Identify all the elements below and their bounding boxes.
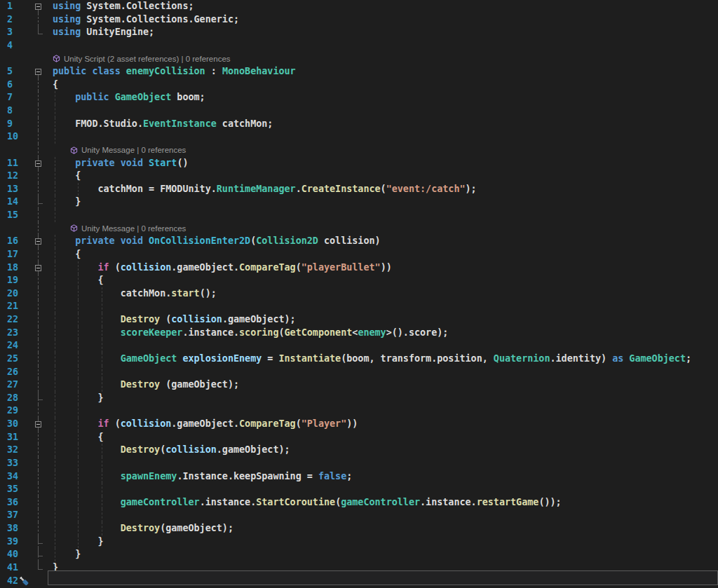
code-line[interactable] bbox=[53, 483, 718, 496]
outline-margin bbox=[25, 196, 53, 209]
code-line[interactable]: { bbox=[53, 78, 718, 92]
code-line[interactable]: { bbox=[53, 431, 718, 444]
code-line[interactable]: private void OnCollisionEnter2D(Collisio… bbox=[53, 235, 718, 248]
code-line[interactable]: Destroy (gameObject); bbox=[53, 378, 718, 392]
outline-guide bbox=[38, 313, 39, 327]
line-number: 37 bbox=[0, 509, 25, 522]
fold-marker[interactable] bbox=[35, 238, 41, 245]
outline-margin bbox=[25, 39, 53, 53]
indent-guide bbox=[78, 287, 79, 301]
line-number: 3 bbox=[0, 26, 25, 39]
code-line[interactable]: catchMon.start(); bbox=[53, 287, 718, 301]
code-line[interactable]: } bbox=[53, 535, 718, 549]
codelens-line[interactable]: Unity Message | 0 references bbox=[53, 144, 718, 157]
editor-row: 7 public GameObject boom; bbox=[0, 91, 718, 104]
indent-guide bbox=[55, 300, 55, 313]
code-line[interactable] bbox=[53, 104, 718, 118]
indent-guide bbox=[55, 378, 55, 392]
codelens-link[interactable]: Unity Message | 0 references bbox=[70, 222, 186, 235]
outline-margin bbox=[25, 26, 53, 39]
outline-guide bbox=[38, 509, 39, 522]
horizontal-scrollbar[interactable] bbox=[48, 570, 718, 585]
outline-guide bbox=[38, 170, 39, 183]
fold-end-corner bbox=[38, 392, 43, 400]
outline-margin bbox=[25, 144, 53, 157]
outline-margin bbox=[25, 444, 53, 457]
code-line[interactable]: if (collision.gameObject.CompareTag("pla… bbox=[53, 261, 718, 275]
code-line[interactable]: scoreKeeper.instance.scoring(GetComponen… bbox=[53, 327, 718, 340]
code-line[interactable] bbox=[53, 366, 718, 379]
outline-guide bbox=[38, 300, 39, 313]
code-line[interactable]: using System.Collections.Generic; bbox=[53, 13, 718, 27]
fold-marker[interactable] bbox=[35, 69, 41, 75]
code-line[interactable] bbox=[53, 130, 718, 144]
fold-marker[interactable] bbox=[35, 265, 41, 271]
codelens-label[interactable]: Unity Message | 0 references bbox=[81, 144, 186, 157]
code-line[interactable]: spawnEnemy.Instance.keepSpawning = false… bbox=[53, 470, 718, 484]
codelens-label[interactable]: Unity Script (2 asset references) | 0 re… bbox=[64, 53, 231, 66]
code-line[interactable]: FMOD.Studio.EventInstance catchMon; bbox=[53, 118, 718, 131]
outline-guide bbox=[38, 483, 39, 496]
code-line[interactable]: private void Start() bbox=[53, 157, 718, 170]
outline-margin bbox=[25, 366, 53, 379]
code-line[interactable]: public class enemyCollision : MonoBehavi… bbox=[53, 65, 718, 78]
editor-row: 30 if (collision.gameObject.CompareTag("… bbox=[0, 418, 718, 431]
indent-guide bbox=[55, 157, 55, 170]
editor-row: 9 FMOD.Studio.EventInstance catchMon; bbox=[0, 118, 718, 131]
indent-guide bbox=[55, 91, 55, 104]
code-line[interactable]: Destroy(collision.gameObject); bbox=[53, 444, 718, 457]
editor-row: 3using UnityEngine; bbox=[0, 26, 718, 39]
code-line[interactable] bbox=[53, 404, 718, 418]
code-line[interactable] bbox=[53, 457, 718, 470]
code-line[interactable]: gameController.instance.StartCoroutine(g… bbox=[53, 496, 718, 510]
codelens-link[interactable]: Unity Script (2 asset references) | 0 re… bbox=[53, 53, 231, 66]
code-line[interactable]: using UnityEngine; bbox=[53, 26, 718, 39]
code-line[interactable]: Destroy (collision.gameObject); bbox=[53, 313, 718, 327]
fold-marker[interactable] bbox=[35, 421, 41, 428]
codelens-line[interactable]: Unity Script (2 asset references) | 0 re… bbox=[53, 53, 718, 66]
line-number: 7 bbox=[0, 91, 25, 104]
indent-guide bbox=[55, 457, 55, 470]
indent-guide bbox=[78, 339, 79, 353]
code-line[interactable] bbox=[53, 300, 718, 313]
line-number: 42 bbox=[0, 575, 25, 588]
code-editor[interactable]: 1using System.Collections;2using System.… bbox=[0, 0, 718, 588]
code-line[interactable]: } bbox=[53, 196, 718, 209]
outline-margin bbox=[25, 0, 53, 13]
code-line[interactable] bbox=[53, 509, 718, 522]
outline-guide bbox=[38, 496, 39, 510]
code-line[interactable]: { bbox=[53, 170, 718, 183]
outline-margin bbox=[25, 392, 53, 405]
code-line[interactable]: { bbox=[53, 248, 718, 261]
codelens-line[interactable]: Unity Message | 0 references bbox=[53, 222, 718, 235]
line-number: 18 bbox=[0, 261, 25, 275]
code-line[interactable]: } bbox=[53, 392, 718, 405]
code-line[interactable]: { bbox=[53, 274, 718, 287]
editor-row: 37 bbox=[0, 509, 718, 522]
code-line[interactable]: if (collision.gameObject.CompareTag("Pla… bbox=[53, 418, 718, 431]
outline-margin bbox=[25, 327, 53, 340]
code-line[interactable]: GameObject explosionEnemy = Instantiate(… bbox=[53, 353, 718, 366]
code-line[interactable]: } bbox=[53, 548, 718, 561]
code-line[interactable]: using System.Collections; bbox=[53, 0, 718, 13]
codelens-label[interactable]: Unity Message | 0 references bbox=[81, 222, 186, 235]
outline-margin bbox=[25, 209, 53, 222]
code-line[interactable]: Destroy(gameObject); bbox=[53, 522, 718, 535]
code-line[interactable]: public GameObject boom; bbox=[53, 91, 718, 104]
code-line[interactable] bbox=[53, 209, 718, 222]
outline-margin bbox=[25, 53, 53, 66]
codelens-link[interactable]: Unity Message | 0 references bbox=[70, 144, 186, 157]
outline-margin bbox=[25, 548, 53, 561]
fold-marker[interactable] bbox=[35, 160, 41, 167]
outline-margin bbox=[25, 431, 53, 444]
code-line[interactable] bbox=[53, 39, 718, 53]
indent-guide bbox=[78, 418, 79, 431]
code-line[interactable] bbox=[53, 339, 718, 353]
code-line[interactable]: catchMon = FMODUnity.RuntimeManager.Crea… bbox=[53, 183, 718, 196]
line-number: 8 bbox=[0, 104, 25, 118]
fold-marker[interactable] bbox=[35, 4, 41, 10]
outline-margin bbox=[25, 222, 53, 235]
outline-margin bbox=[25, 118, 53, 131]
outline-margin bbox=[25, 13, 53, 27]
indent-guide bbox=[102, 522, 102, 535]
